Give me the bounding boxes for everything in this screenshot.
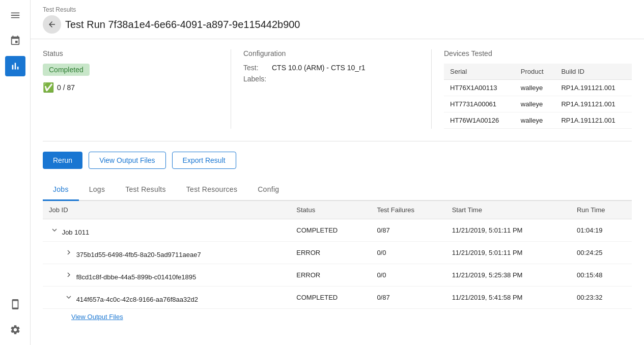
col-test-failures: Test Failures xyxy=(371,201,445,219)
config-labels-row: Labels: xyxy=(243,75,431,83)
status-badge: Completed xyxy=(43,64,90,76)
expand-button[interactable] xyxy=(63,269,74,280)
device-build-id: RP1A.191121.001 xyxy=(555,112,632,129)
job-start-cell: 11/21/2019, 5:01:11 PM xyxy=(446,242,571,264)
breadcrumb: Test Results xyxy=(43,6,632,13)
config-label: Configuration xyxy=(243,49,431,58)
tab-logs[interactable]: Logs xyxy=(79,179,115,201)
config-col: Configuration Test: CTS 10.0 (ARM) - CTS… xyxy=(231,49,431,129)
job-failures-cell: 0/0 xyxy=(371,242,445,264)
content-area: Status Completed ✅ 0 / 87 Configuration … xyxy=(31,39,644,345)
device-serial: HT7731A00061 xyxy=(444,96,515,112)
device-product: walleye xyxy=(515,80,555,96)
expand-button[interactable] xyxy=(63,247,74,258)
sidebar xyxy=(0,0,31,345)
col-start-time: Start Time xyxy=(446,201,571,219)
col-run-time: Run Time xyxy=(571,201,632,219)
job-runtime-cell: 00:24:25 xyxy=(571,242,632,264)
export-result-button[interactable]: Export Result xyxy=(172,152,236,169)
summary-section: Status Completed ✅ 0 / 87 Configuration … xyxy=(43,49,632,129)
back-button[interactable] xyxy=(43,15,61,34)
section-divider xyxy=(43,141,632,141)
devices-col: Devices Tested Serial Product Build ID H… xyxy=(431,49,632,129)
job-id-text: 375b1d55-6498-4fb5-8a20-5ad9711aeae7 xyxy=(76,251,201,258)
sub-row: 375b1d55-6498-4fb5-8a20-5ad9711aeae7 ERR… xyxy=(43,242,632,264)
sub-row: 414f657a-4c0c-42c8-9166-aa76f8aa32d2 COM… xyxy=(43,286,632,309)
col-status: Status xyxy=(290,201,371,219)
tab-test-resources[interactable]: Test Resources xyxy=(176,179,247,201)
job-start-cell: 11/21/2019, 5:41:58 PM xyxy=(446,286,571,309)
job-status-cell: ERROR xyxy=(290,264,371,286)
sidebar-item-list[interactable] xyxy=(5,5,25,25)
device-serial: HT76W1A00126 xyxy=(444,112,515,129)
sidebar-item-settings[interactable] xyxy=(5,320,25,340)
job-status-cell: COMPLETED xyxy=(290,286,371,309)
job-start-cell: 11/21/2019, 5:25:38 PM xyxy=(446,264,571,286)
device-product: walleye xyxy=(515,112,555,129)
config-test-key: Test: xyxy=(243,64,269,72)
device-row: HT76X1A00113 walleye RP1A.191121.001 xyxy=(444,80,632,96)
status-label: Status xyxy=(43,49,231,58)
devices-table: Serial Product Build ID HT76X1A00113 wal… xyxy=(444,64,632,129)
job-id-text: 414f657a-4c0c-42c8-9166-aa76f8aa32d2 xyxy=(76,296,198,303)
job-failures-cell: 0/0 xyxy=(371,264,445,286)
devices-col-product: Product xyxy=(515,64,555,80)
col-job-id: Job ID xyxy=(43,201,290,219)
tab-jobs[interactable]: Jobs xyxy=(43,179,79,201)
sub-row: f8cd1c8f-dbbe-44a5-899b-c01410fe1895 ERR… xyxy=(43,264,632,286)
job-runtime-cell: 00:23:32 xyxy=(571,286,632,309)
job-id-cell: Job 1011 xyxy=(43,219,290,242)
job-runtime-cell: 01:04:19 xyxy=(571,219,632,242)
devices-col-serial: Serial xyxy=(444,64,515,80)
job-id-text: Job 1011 xyxy=(62,228,90,236)
device-row: HT76W1A00126 walleye RP1A.191121.001 xyxy=(444,112,632,129)
tab-config[interactable]: Config xyxy=(247,179,289,201)
job-id-cell: 375b1d55-6498-4fb5-8a20-5ad9711aeae7 xyxy=(43,242,290,264)
device-build-id: RP1A.191121.001 xyxy=(555,96,632,112)
pass-fail-value: 0 / 87 xyxy=(57,83,75,92)
sidebar-item-calendar[interactable] xyxy=(5,31,25,51)
title-row: Test Run 7f38a1e4-6e66-4091-a897-9e11544… xyxy=(43,15,632,34)
tab-test-results[interactable]: Test Results xyxy=(115,179,176,201)
check-icon: ✅ xyxy=(43,82,54,93)
job-status-cell: COMPLETED xyxy=(290,219,371,242)
sidebar-item-phone[interactable] xyxy=(5,294,25,314)
jobs-table: Job ID Status Test Failures Start Time R… xyxy=(43,201,632,309)
job-status-cell: ERROR xyxy=(290,242,371,264)
view-output-link[interactable]: View Output Files xyxy=(43,309,632,325)
expand-button[interactable] xyxy=(63,292,74,303)
page-title: Test Run 7f38a1e4-6e66-4091-a897-9e11544… xyxy=(65,19,300,31)
job-id-cell: 414f657a-4c0c-42c8-9166-aa76f8aa32d2 xyxy=(43,286,290,309)
tabs: JobsLogsTest ResultsTest ResourcesConfig xyxy=(43,179,632,201)
rerun-button[interactable]: Rerun xyxy=(43,152,82,169)
sidebar-item-barchart[interactable] xyxy=(5,56,25,76)
main-content: Test Results Test Run 7f38a1e4-6e66-4091… xyxy=(31,0,644,345)
device-product: walleye xyxy=(515,96,555,112)
config-labels-key: Labels: xyxy=(243,75,269,83)
status-col: Status Completed ✅ 0 / 87 xyxy=(43,49,231,129)
device-serial: HT76X1A00113 xyxy=(444,80,515,96)
device-row: HT7731A00061 walleye RP1A.191121.001 xyxy=(444,96,632,112)
job-failures-cell: 0/87 xyxy=(371,286,445,309)
device-build-id: RP1A.191121.001 xyxy=(555,80,632,96)
config-test-val: CTS 10.0 (ARM) - CTS 10_r1 xyxy=(272,64,366,72)
action-buttons: Rerun View Output Files Export Result xyxy=(43,152,632,169)
devices-col-build: Build ID xyxy=(555,64,632,80)
job-failures-cell: 0/87 xyxy=(371,219,445,242)
config-test-row: Test: CTS 10.0 (ARM) - CTS 10_r1 xyxy=(243,64,431,72)
pass-fail: ✅ 0 / 87 xyxy=(43,82,231,93)
job-start-cell: 11/21/2019, 5:01:11 PM xyxy=(446,219,571,242)
job-id-cell: f8cd1c8f-dbbe-44a5-899b-c01410fe1895 xyxy=(43,264,290,286)
job-row: Job 1011 COMPLETED 0/87 11/21/2019, 5:01… xyxy=(43,219,632,242)
job-runtime-cell: 00:15:48 xyxy=(571,264,632,286)
job-id-text: f8cd1c8f-dbbe-44a5-899b-c01410fe1895 xyxy=(76,273,197,281)
header: Test Results Test Run 7f38a1e4-6e66-4091… xyxy=(31,0,644,39)
view-output-button[interactable]: View Output Files xyxy=(89,152,165,169)
devices-label: Devices Tested xyxy=(444,49,632,58)
expand-button[interactable] xyxy=(49,224,60,236)
